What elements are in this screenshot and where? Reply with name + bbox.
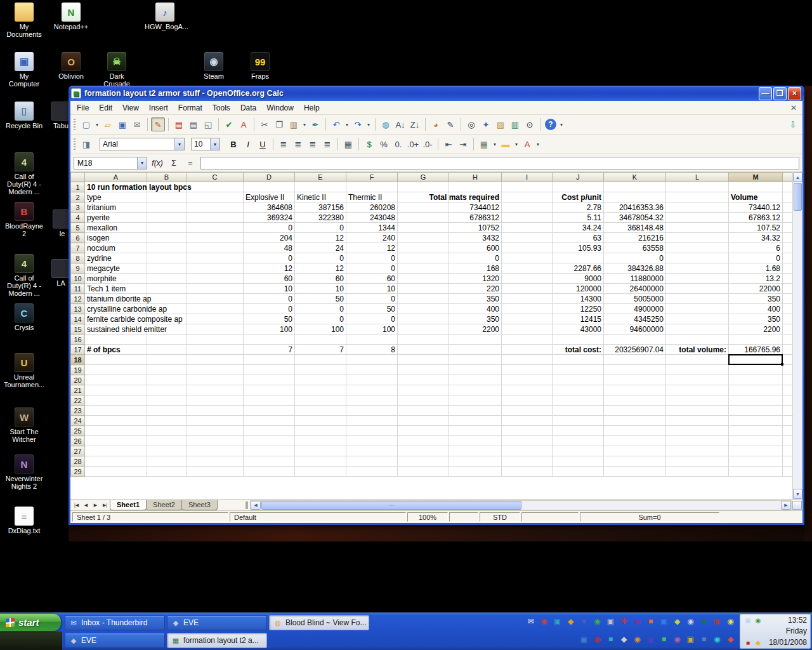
cell-G16[interactable]	[398, 335, 449, 345]
cell-I13[interactable]	[502, 304, 553, 314]
cell-L1[interactable]	[666, 182, 729, 192]
cell-G15[interactable]	[398, 324, 449, 335]
cell-A18[interactable]	[85, 355, 147, 365]
export-pdf-icon[interactable]: ▤	[172, 117, 186, 131]
cell-J27[interactable]	[553, 446, 604, 456]
cell-F23[interactable]	[346, 406, 398, 416]
tray-icon[interactable]: ◉	[754, 616, 763, 625]
cell-F11[interactable]: 10	[346, 284, 398, 294]
auto-spellcheck-icon[interactable]: A	[237, 117, 251, 131]
cell-D29[interactable]	[244, 467, 295, 477]
tray-icon[interactable]: ◆	[619, 633, 629, 644]
cell-M2[interactable]: Volume	[729, 192, 783, 202]
tray-icon[interactable]: ■	[698, 633, 709, 644]
cell-L15[interactable]	[666, 324, 729, 335]
previous-sheet-button[interactable]: ◀	[81, 501, 91, 510]
cell-C26[interactable]	[187, 436, 244, 446]
cell-D10[interactable]: 60	[244, 274, 295, 284]
cell-H24[interactable]	[449, 416, 502, 426]
edit-file-icon[interactable]: ✎	[151, 117, 165, 131]
desktop-icon-crysis[interactable]: CCrysis	[4, 303, 44, 331]
cell-D15[interactable]: 100	[244, 324, 295, 335]
row-header-20[interactable]: 20	[71, 375, 85, 385]
close-button[interactable]: ×	[788, 87, 801, 100]
tray-icon[interactable]: ◆	[725, 633, 736, 644]
cell-M29[interactable]	[729, 467, 783, 477]
cell-K9[interactable]: 384326.88	[604, 263, 666, 274]
cell-M19[interactable]	[729, 365, 783, 375]
cell-F4[interactable]: 243048	[346, 213, 398, 223]
cell-K12[interactable]: 5005000	[604, 294, 666, 304]
cell-A8[interactable]: zydrine	[85, 253, 147, 263]
cell-F25[interactable]	[346, 426, 398, 436]
cell-G20[interactable]	[398, 375, 449, 385]
cell-I28[interactable]	[502, 456, 553, 467]
sheet-tab-sheet1[interactable]: Sheet1	[110, 500, 147, 510]
cell-F15[interactable]: 100	[346, 324, 398, 335]
cell-E28[interactable]	[295, 456, 346, 467]
cell-I22[interactable]	[502, 395, 553, 406]
align-right-icon[interactable]: ≣	[306, 137, 320, 151]
cell-F16[interactable]	[346, 335, 398, 345]
chevron-down-icon[interactable]: ▾	[365, 122, 372, 128]
cell-K21[interactable]	[604, 385, 666, 395]
cell-L29[interactable]	[666, 467, 729, 477]
cell-F9[interactable]: 0	[346, 263, 398, 274]
cell-E8[interactable]: 0	[295, 253, 346, 263]
cell-I21[interactable]	[502, 385, 553, 395]
status-page-style[interactable]: Default	[230, 512, 406, 522]
cell-H8[interactable]: 0	[449, 253, 502, 263]
chevron-down-icon[interactable]: ▾	[513, 142, 520, 147]
menu-tools[interactable]: Tools	[207, 102, 235, 114]
row-header-15[interactable]: 15	[71, 324, 85, 335]
cell-B2[interactable]	[147, 192, 187, 202]
cell-L28[interactable]	[666, 456, 729, 467]
cell-H12[interactable]: 350	[449, 294, 502, 304]
desktop-icon-dxdiag-txt[interactable]: ≡DxDiag.txt	[4, 507, 44, 534]
cell-F1[interactable]	[346, 182, 398, 192]
undo-icon[interactable]: ↶	[329, 117, 343, 131]
cell-G18[interactable]	[398, 355, 449, 365]
desktop-icon-bloodrayne-2[interactable]: BBloodRayne 2	[4, 202, 44, 237]
cell-E7[interactable]: 24	[295, 243, 346, 253]
cell-L27[interactable]	[666, 446, 729, 456]
row-header-3[interactable]: 3	[71, 202, 85, 213]
cell-E21[interactable]	[295, 385, 346, 395]
cell-J11[interactable]: 120000	[553, 284, 604, 294]
tray-icon[interactable]: ▣	[658, 616, 669, 627]
cell-D6[interactable]: 204	[244, 233, 295, 243]
start-button[interactable]: start	[0, 614, 61, 631]
cell-J21[interactable]	[553, 385, 604, 395]
cell-M16[interactable]	[729, 335, 783, 345]
column-header-B[interactable]: B	[147, 173, 187, 182]
page-preview-icon[interactable]: ◱	[201, 117, 215, 131]
chevron-down-icon[interactable]: ▾	[344, 122, 350, 128]
cell-I10[interactable]	[502, 274, 553, 284]
tray-icon[interactable]: ◉	[672, 633, 683, 644]
maximize-button[interactable]: ❐	[773, 87, 787, 100]
tray-icon[interactable]: ✚	[619, 616, 629, 627]
column-header-D[interactable]: D	[244, 173, 295, 182]
cell-H7[interactable]: 600	[449, 243, 502, 253]
cell-C29[interactable]	[187, 467, 244, 477]
cell-M6[interactable]: 34.32	[729, 233, 783, 243]
cell-D14[interactable]: 50	[244, 314, 295, 324]
menu-insert[interactable]: Insert	[144, 102, 173, 114]
cell-L9[interactable]	[666, 263, 729, 274]
cell-B24[interactable]	[147, 416, 187, 426]
cell-L3[interactable]	[666, 202, 729, 213]
cell-C1[interactable]	[187, 182, 244, 192]
column-header-J[interactable]: J	[553, 173, 604, 182]
cell-G7[interactable]	[398, 243, 449, 253]
cell-F26[interactable]	[346, 436, 398, 446]
cell-C27[interactable]	[187, 446, 244, 456]
cell-D3[interactable]: 364608	[244, 202, 295, 213]
cell-L16[interactable]	[666, 335, 729, 345]
cell-B17[interactable]	[147, 345, 187, 355]
cell-G28[interactable]	[398, 456, 449, 467]
cell-G1[interactable]	[398, 182, 449, 192]
tray-icon[interactable]: ◆	[672, 616, 683, 627]
cell-D4[interactable]: 369324	[244, 213, 295, 223]
cell-C2[interactable]	[187, 192, 244, 202]
cell-L22[interactable]	[666, 395, 729, 406]
